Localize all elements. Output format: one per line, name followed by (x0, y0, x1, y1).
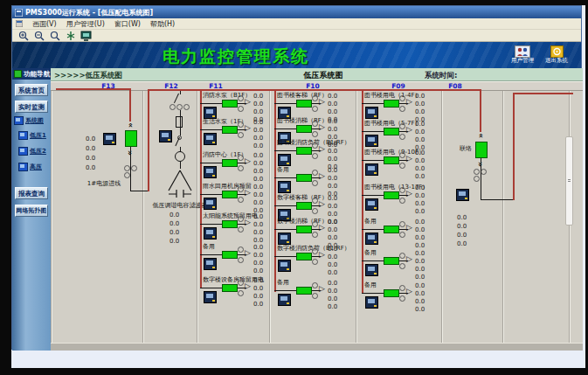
menu-item-help[interactable]: 帮助(H) (150, 19, 175, 29)
column-separator (502, 91, 503, 343)
sidebar-item-topology[interactable]: 网络拓扑图 (15, 205, 48, 217)
meter-icon[interactable] (103, 133, 116, 145)
tree-node-lowvoltage1[interactable]: 低压1 (18, 131, 46, 140)
measurement-value: 0.0 (328, 288, 337, 295)
ct-circle (312, 180, 318, 186)
window-titlebar[interactable]: PMS3000运行系统 - [低压配电系统图] (12, 6, 581, 18)
breaker-indicator[interactable] (296, 147, 312, 155)
sidebar-item-home[interactable]: 系统首页 (15, 84, 48, 96)
zoom-out-icon[interactable] (33, 31, 45, 41)
zoom-search-icon[interactable] (49, 31, 60, 41)
scrollbar-thumb[interactable] (565, 136, 573, 226)
meter-icon[interactable] (204, 166, 217, 178)
arrow-icon: ▷ (245, 282, 251, 290)
zoom-in-icon[interactable] (17, 31, 29, 41)
menu-item-user-management[interactable]: 用户管理(U) (66, 19, 105, 29)
meter-icon[interactable] (456, 189, 469, 201)
diagram-canvas[interactable]: » » 1#电源进线 (51, 81, 583, 343)
meter-icon[interactable] (159, 130, 172, 142)
tree-node-system-diagram[interactable]: 系统图 (14, 116, 44, 125)
breaker-indicator[interactable] (222, 126, 238, 134)
meter-icon[interactable] (365, 233, 378, 245)
tree-node-label: 系统图 (25, 116, 44, 125)
column-header-F10: F10 (301, 82, 325, 90)
meter-icon[interactable] (278, 294, 291, 306)
breaker-indicator[interactable] (222, 100, 238, 108)
measurement-value: 0.0 (253, 152, 263, 159)
meter-icon[interactable] (204, 258, 217, 270)
meter-icon[interactable] (365, 163, 378, 176)
monitor-icon[interactable] (80, 31, 92, 41)
measurement-value: 0.0 (328, 246, 337, 253)
breaker-indicator[interactable] (384, 289, 399, 297)
tie-breaker-indicator[interactable] (475, 142, 488, 158)
ct-circle (474, 176, 480, 182)
ct-circle (399, 198, 405, 204)
meter-icon[interactable] (204, 133, 217, 145)
ct-circle (399, 134, 405, 140)
switch-blade (175, 137, 180, 146)
ct-circle (312, 170, 318, 176)
breaker-indicator[interactable] (296, 226, 312, 233)
tree-node-highvoltage[interactable]: 高压 (18, 163, 42, 171)
breaker-indicator[interactable] (384, 128, 399, 135)
user-management-button[interactable]: 用户管理 (506, 45, 539, 65)
breaker-indicator[interactable] (222, 284, 238, 292)
desktop-edge-bottom (0, 368, 588, 375)
breaker-indicator[interactable] (296, 174, 312, 182)
ct-circle (238, 186, 244, 192)
menu-item-window[interactable]: 窗口(W) (114, 19, 141, 29)
ct-circle (312, 248, 318, 254)
breaker-indicator[interactable] (296, 100, 312, 108)
meter-icon[interactable] (365, 107, 378, 119)
meter-icon[interactable] (365, 198, 378, 211)
ct-circle (312, 259, 318, 265)
breaker-indicator[interactable] (296, 253, 312, 260)
arrow-up-icon: » (126, 120, 135, 130)
column-header-F13: F13 (96, 82, 121, 90)
breadcrumb: >>>>>低压系统图 (54, 71, 122, 81)
breaker-indicator[interactable] (384, 257, 399, 265)
sidebar-item-reports[interactable]: 报表查询 (15, 187, 48, 199)
tree-node-lowvoltage2[interactable]: 低压2 (18, 147, 46, 156)
breaker-indicator[interactable] (222, 191, 238, 198)
menu-item-view[interactable]: 画面(V) (32, 19, 57, 29)
breaker-indicator[interactable] (222, 251, 238, 259)
meter-icon[interactable] (204, 291, 217, 303)
measurement-value: 0.0 (415, 208, 425, 215)
feeder-label: 备用 (277, 279, 289, 286)
incoming-breaker-indicator[interactable] (125, 130, 137, 147)
exit-system-button[interactable]: 退出系统 (540, 45, 573, 65)
ct-circle (169, 104, 176, 110)
measurement-value: 0.0 (328, 126, 337, 133)
breaker-indicator[interactable] (384, 191, 399, 199)
meter-icon[interactable] (365, 296, 378, 309)
nav-icon (14, 70, 22, 78)
breaker-indicator[interactable] (296, 125, 312, 133)
meter-icon[interactable] (278, 154, 291, 166)
meter-icon[interactable] (278, 260, 291, 272)
meter-icon[interactable] (278, 181, 291, 193)
meter-icon[interactable] (365, 135, 378, 147)
ct-circle (312, 232, 318, 238)
measurement-value: 0.0 (415, 200, 425, 207)
breaker-indicator[interactable] (384, 156, 399, 164)
meter-icon[interactable] (204, 107, 217, 119)
meter-icon[interactable] (204, 198, 217, 210)
breaker-indicator[interactable] (384, 226, 399, 233)
breaker-indicator[interactable] (222, 220, 238, 228)
bottom-scroll-strip[interactable] (51, 343, 583, 351)
sidebar-item-realtime[interactable]: 实时监测 (15, 101, 48, 113)
breaker-indicator[interactable] (222, 159, 238, 167)
breaker-indicator[interactable] (384, 100, 399, 108)
meter-icon[interactable] (365, 264, 378, 276)
column-separator (269, 91, 270, 343)
bus-line (513, 93, 515, 200)
meter-icon[interactable] (278, 233, 291, 245)
pan-icon[interactable] (65, 31, 76, 41)
breaker-indicator[interactable] (296, 202, 312, 210)
measurement-value: 0.0 (328, 303, 337, 310)
measurement-value: 0.0 (253, 135, 263, 142)
meter-icon[interactable] (204, 227, 217, 240)
breaker-indicator[interactable] (296, 287, 312, 295)
